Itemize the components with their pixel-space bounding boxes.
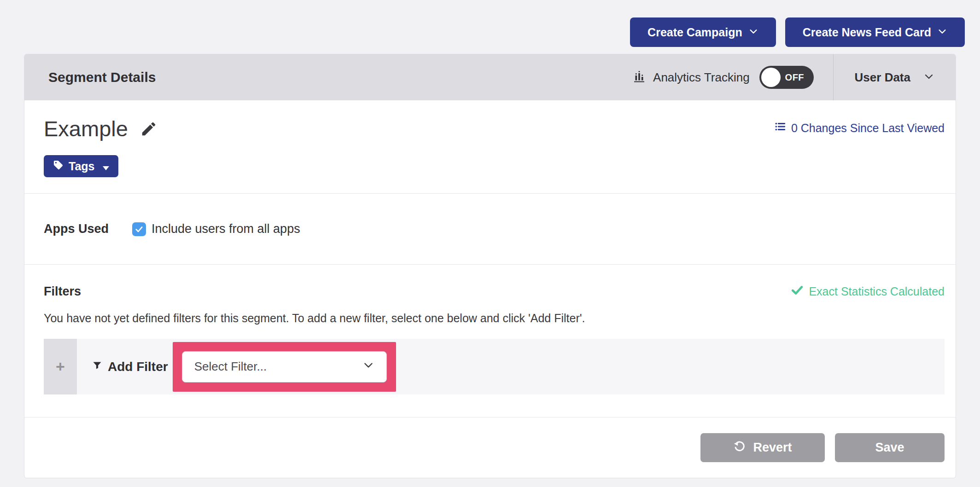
card-footer: Revert Save (24, 417, 956, 478)
filters-heading: Filters (44, 284, 81, 299)
segment-title-section: Example Tags (24, 100, 956, 193)
analytics-tracking-group: Analytics Tracking OFF (613, 54, 833, 100)
select-filter-placeholder: Select Filter... (194, 359, 267, 374)
header-controls: Analytics Tracking OFF User Data (613, 54, 956, 100)
tags-label: Tags (69, 160, 95, 173)
create-campaign-label: Create Campaign (648, 26, 742, 39)
check-icon (791, 284, 803, 299)
analytics-tracking-label: Analytics Tracking (653, 70, 750, 85)
revert-label: Revert (753, 441, 792, 455)
revert-icon (733, 440, 746, 456)
add-filter-label: Add Filter (108, 359, 168, 374)
user-data-label: User Data (855, 70, 910, 85)
segment-title-block: Example Tags (44, 116, 158, 177)
toggle-state-label: OFF (785, 72, 805, 83)
changes-since-last-viewed-link[interactable]: 0 Changes Since Last Viewed (774, 121, 945, 135)
user-data-dropdown[interactable]: User Data (834, 54, 956, 100)
tags-button[interactable]: Tags (44, 155, 118, 177)
chevron-down-icon (923, 71, 934, 84)
add-filter-group-button[interactable]: + (44, 339, 77, 394)
apps-used-section: Apps Used Include users from all apps (24, 193, 956, 264)
funnel-icon (92, 359, 103, 374)
toggle-knob (761, 68, 781, 87)
filters-empty-text: You have not yet defined filters for thi… (44, 312, 945, 325)
filters-section: Filters Exact Statistics Calculated You … (24, 264, 956, 417)
create-news-feed-card-label: Create News Feed Card (803, 26, 931, 39)
card-header: Segment Details Analy (24, 54, 956, 100)
caret-down-icon (103, 160, 109, 173)
list-icon (774, 121, 786, 135)
highlight-annotation: Select Filter... (173, 342, 396, 392)
chevron-down-icon (937, 26, 947, 39)
exact-statistics-label: Exact Statistics Calculated (809, 285, 945, 298)
chevron-down-icon (362, 359, 374, 374)
revert-button[interactable]: Revert (700, 433, 825, 462)
save-label: Save (875, 441, 904, 455)
changes-link-label: 0 Changes Since Last Viewed (791, 122, 945, 135)
tag-icon (53, 160, 64, 173)
create-campaign-button[interactable]: Create Campaign (630, 17, 776, 47)
bar-chart-icon (632, 70, 646, 85)
page: Create Campaign Create News Feed Card Se… (0, 0, 980, 487)
add-filter-label-group: Add Filter (92, 359, 168, 374)
segment-name: Example (44, 116, 128, 141)
include-all-apps-label: Include users from all apps (152, 222, 300, 236)
exact-statistics-status: Exact Statistics Calculated (791, 284, 945, 299)
chevron-down-icon (748, 26, 758, 39)
save-button[interactable]: Save (835, 433, 945, 462)
create-news-feed-card-button[interactable]: Create News Feed Card (785, 17, 965, 47)
add-filter-row: + Add Filter Select Filter... (44, 339, 945, 394)
page-title: Segment Details (24, 70, 156, 85)
plus-icon: + (56, 358, 65, 376)
apps-used-label: Apps Used (44, 222, 132, 236)
top-action-bar: Create Campaign Create News Feed Card (630, 17, 965, 47)
select-filter-dropdown[interactable]: Select Filter... (182, 351, 387, 383)
analytics-tracking-toggle[interactable]: OFF (759, 66, 814, 89)
include-all-apps-checkbox[interactable] (132, 222, 146, 236)
segment-details-card: Segment Details Analy (24, 54, 956, 478)
include-all-apps-option: Include users from all apps (132, 222, 300, 236)
edit-pencil-icon[interactable] (140, 120, 158, 139)
